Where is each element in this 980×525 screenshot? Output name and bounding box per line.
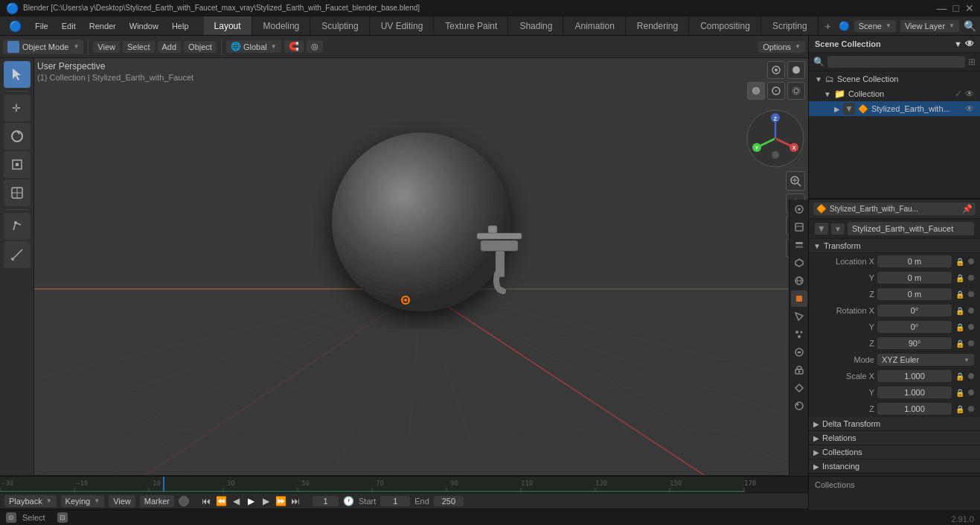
- location-z-value[interactable]: 0 m: [877, 288, 952, 300]
- location-y-lock[interactable]: 🔒: [955, 273, 965, 283]
- view-layer-props-icon[interactable]: [791, 237, 807, 253]
- rotation-y-lock[interactable]: 🔒: [955, 322, 965, 332]
- options-btn[interactable]: Options ▼: [758, 41, 805, 53]
- object-dropdown[interactable]: ▼: [831, 223, 845, 235]
- record-btn[interactable]: [179, 496, 189, 506]
- delta-transform-header[interactable]: ▶ Delta Transform: [809, 417, 980, 431]
- next-keyframe-btn[interactable]: ⏩: [274, 494, 287, 508]
- workspace-tab-layout[interactable]: Layout: [204, 16, 252, 35]
- rotation-mode-value[interactable]: XYZ Euler ▼: [877, 354, 974, 366]
- tool-rotate[interactable]: [4, 123, 31, 150]
- jump-start-btn[interactable]: ⏮: [199, 494, 213, 508]
- workspace-tab-sculpting[interactable]: Sculpting: [311, 16, 369, 35]
- relations-header[interactable]: ▶ Relations: [809, 431, 980, 445]
- object-menu[interactable]: Object: [184, 41, 217, 53]
- maximize-btn[interactable]: □: [953, 2, 959, 14]
- tool-scale[interactable]: [4, 151, 31, 178]
- select-menu[interactable]: Select: [123, 41, 155, 53]
- close-btn[interactable]: ✕: [965, 2, 974, 14]
- workspace-tab-animation[interactable]: Animation: [564, 16, 625, 35]
- scene-selector[interactable]: Scene ▼: [854, 20, 896, 32]
- workspace-add-tab[interactable]: +: [819, 16, 837, 35]
- navigation-gizmo[interactable]: Z X Y: [746, 109, 805, 168]
- collection-eye-icon[interactable]: 👁: [965, 89, 974, 99]
- workspace-tab-modeling[interactable]: Modeling: [253, 16, 311, 35]
- menu-window[interactable]: Window: [124, 20, 164, 32]
- object-name-field[interactable]: Stylized_Earth_with_Faucet: [848, 222, 974, 235]
- tool-move[interactable]: ✛: [4, 95, 31, 121]
- scale-z-lock[interactable]: 🔒: [955, 404, 965, 414]
- step-back-btn[interactable]: ◀: [229, 494, 243, 508]
- snap-controls[interactable]: 🧲: [284, 40, 304, 53]
- collection-vis-icon[interactable]: ✓: [955, 89, 962, 99]
- scale-y-value[interactable]: 1.000: [877, 386, 952, 398]
- workspace-tab-uv-editing[interactable]: UV Editing: [371, 16, 435, 35]
- menu-render[interactable]: Render: [83, 20, 122, 32]
- view-menu[interactable]: View: [93, 41, 120, 53]
- proportional-editing[interactable]: ◎: [307, 40, 323, 53]
- view-timeline-menu[interactable]: View: [109, 495, 135, 507]
- filter-icon[interactable]: ⊞: [968, 57, 976, 67]
- display-mode-btn[interactable]: [787, 61, 805, 79]
- rotation-x-lock[interactable]: 🔒: [955, 305, 965, 316]
- add-menu[interactable]: Add: [158, 41, 182, 53]
- collections-header[interactable]: ▶ Collections: [809, 445, 980, 459]
- start-frame-field[interactable]: 1: [380, 496, 410, 506]
- object-vis-icon[interactable]: 👁: [965, 104, 974, 114]
- output-props-icon[interactable]: [791, 219, 807, 235]
- object-props-icon[interactable]: [791, 290, 807, 307]
- menu-edit[interactable]: Edit: [56, 20, 82, 32]
- tool-measure[interactable]: [4, 241, 31, 268]
- location-y-value[interactable]: 0 m: [877, 272, 952, 284]
- step-forward-btn[interactable]: ▶: [259, 494, 272, 508]
- workspace-tab-compositing[interactable]: Compositing: [690, 16, 761, 35]
- keying-menu[interactable]: Keying ▼: [61, 495, 105, 507]
- material-props-icon[interactable]: [791, 398, 807, 414]
- timeline-track[interactable]: −30 −10 10 30 50 70 90 110 130 150 170: [0, 476, 808, 492]
- outliner-eye-icon[interactable]: 👁: [965, 39, 974, 49]
- rotation-y-value[interactable]: 0°: [877, 321, 952, 333]
- world-props-icon[interactable]: [791, 273, 807, 289]
- viewlayer-selector[interactable]: View Layer ▼: [900, 20, 959, 32]
- workspace-tab-texture-paint[interactable]: Texture Paint: [435, 16, 508, 35]
- outliner-object-earth[interactable]: ▶ ▼ 🔶 Stylized_Earth_with... 👁: [809, 101, 980, 116]
- outliner-filter-icon[interactable]: ▼: [954, 39, 962, 48]
- constraints-props-icon[interactable]: [791, 362, 807, 378]
- camera-view-btn[interactable]: [767, 61, 785, 79]
- shading-solid-btn[interactable]: [747, 82, 765, 100]
- outliner-scene-collection[interactable]: ▼ 🗂 Scene Collection: [809, 71, 980, 86]
- current-frame-field[interactable]: 1: [313, 496, 339, 506]
- jump-end-btn[interactable]: ⏭: [289, 494, 302, 508]
- playback-menu[interactable]: Playback ▼: [4, 495, 57, 507]
- end-frame-field[interactable]: 250: [434, 496, 464, 506]
- outliner-search-input[interactable]: [827, 56, 965, 68]
- outliner-collection[interactable]: ▼ 📁 Collection ✓ 👁: [809, 86, 980, 101]
- workspace-tab-rendering[interactable]: Rendering: [627, 16, 689, 35]
- location-z-lock[interactable]: 🔒: [955, 289, 965, 299]
- pin-icon[interactable]: 📌: [962, 204, 973, 214]
- workspace-tab-shading[interactable]: Shading: [509, 16, 563, 35]
- 3d-viewport[interactable]: User Perspective (1) Collection | Styliz…: [34, 58, 808, 475]
- menu-blender[interactable]: 🔵: [3, 19, 28, 34]
- scale-y-lock[interactable]: 🔒: [955, 387, 965, 398]
- tool-annotate[interactable]: [4, 213, 31, 240]
- scene-props-icon[interactable]: [791, 255, 807, 271]
- zoom-btn[interactable]: [786, 171, 805, 191]
- xray-btn[interactable]: [787, 82, 805, 100]
- menu-help[interactable]: Help: [166, 20, 195, 32]
- marker-menu[interactable]: Marker: [140, 495, 174, 507]
- minimize-btn[interactable]: —: [937, 2, 947, 14]
- data-props-icon[interactable]: [791, 380, 807, 396]
- global-transform[interactable]: 🌐 Global ▼: [226, 40, 281, 53]
- location-x-value[interactable]: 0 m: [877, 255, 952, 267]
- physics-props-icon[interactable]: [791, 344, 807, 360]
- scale-x-value[interactable]: 1.000: [877, 370, 952, 382]
- menu-file[interactable]: File: [29, 20, 54, 32]
- prev-keyframe-btn[interactable]: ⏪: [214, 494, 228, 508]
- instancing-header[interactable]: ▶ Instancing: [809, 459, 980, 474]
- transform-section-header[interactable]: ▼ Transform: [809, 239, 980, 253]
- location-x-lock[interactable]: 🔒: [955, 256, 965, 267]
- object-mode-dropdown[interactable]: Object Mode ▼: [3, 39, 83, 54]
- play-btn[interactable]: ▶: [244, 494, 257, 508]
- topright-filter-icon[interactable]: 🔍: [964, 20, 976, 32]
